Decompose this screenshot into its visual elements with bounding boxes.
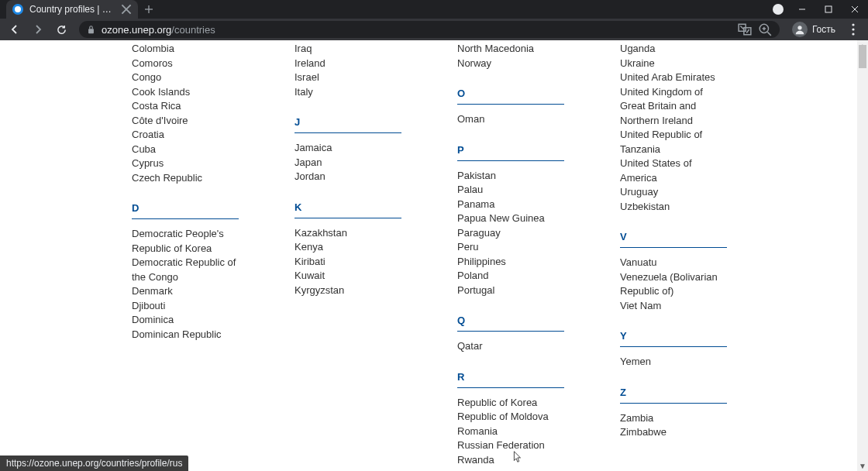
country-link[interactable]: Ukraine [620,57,727,71]
forward-button[interactable] [28,19,48,40]
window-minimize-button[interactable] [789,0,815,19]
letter-header-z: Z [620,387,728,398]
letter-divider [457,104,564,105]
country-link[interactable]: Poland [457,269,564,284]
tab-close-icon[interactable] [121,4,132,15]
country-link[interactable]: Palau [457,183,564,198]
country-link[interactable]: Czech Republic [132,171,239,186]
country-list: Republic of KoreaRepublic of MoldovaRoma… [457,396,564,468]
country-link[interactable]: Cuba [132,143,239,157]
country-link[interactable]: Iraq [294,42,401,57]
country-link[interactable]: Kenya [294,240,401,255]
country-link[interactable]: Ireland [294,57,401,71]
url-path: /countries [171,24,215,36]
address-bar[interactable]: ozone.unep.org/countries [79,21,780,38]
country-link[interactable]: Vanuatu [620,256,727,270]
letter-divider [620,346,727,347]
country-link[interactable]: Jamaica [294,141,401,156]
new-tab-button[interactable] [138,0,160,19]
country-list: Democratic People's Republic of KoreaDem… [132,227,239,342]
profile-chip[interactable]: Гость [787,22,840,37]
country-list: Qatar [457,339,564,354]
vertical-scrollbar[interactable]: ▲ ▼ [857,40,868,471]
country-link[interactable]: Zambia [620,411,727,426]
window-close-button[interactable] [842,0,868,19]
country-link[interactable]: Kuwait [294,269,401,284]
country-link[interactable]: Democratic Republic of the Congo [132,256,239,284]
country-link[interactable]: Uganda [620,42,727,57]
country-link[interactable]: Yemen [620,355,727,370]
country-link[interactable]: Côte d'Ivoire [132,114,239,129]
country-link[interactable]: Kiribati [294,255,401,270]
letter-header-r: R [457,371,566,383]
browser-menu-button[interactable] [843,23,863,36]
window-maximize-button[interactable] [815,0,842,19]
letter-divider [457,160,564,161]
country-link[interactable]: Kazakhstan [294,226,401,241]
country-link[interactable]: Denmark [132,284,239,299]
country-link[interactable]: Jordan [294,170,401,184]
country-link[interactable]: Russian Federation [457,438,564,453]
country-link[interactable]: Qatar [457,339,564,354]
letter-header-p: P [457,144,566,156]
country-link[interactable]: Cyprus [132,156,239,171]
country-link[interactable]: Japan [294,156,401,170]
country-link[interactable]: Norway [457,57,564,71]
tab-favicon [12,4,23,15]
country-link[interactable]: Cook Islands [132,85,239,100]
translate-icon[interactable] [738,22,752,36]
letter-divider [620,403,727,404]
country-link[interactable]: Colombia [132,42,239,57]
country-link[interactable]: Paraguay [457,226,564,241]
country-link[interactable]: Portugal [457,284,564,298]
url-host: ozone.unep.org [102,24,171,36]
back-button[interactable] [5,19,25,40]
country-link[interactable]: Pakistan [457,169,564,184]
country-link[interactable]: Djibouti [132,299,239,314]
scroll-down-arrow[interactable]: ▼ [857,460,868,471]
country-link[interactable]: Congo [132,70,239,85]
country-link[interactable]: Oman [457,112,564,127]
country-link[interactable]: Kyrgyzstan [294,284,401,298]
browser-tab[interactable]: Country profiles | Ozone Secretar [6,0,138,19]
letter-header-j: J [294,116,403,128]
window-controls [789,0,868,19]
country-link[interactable]: Republic of Korea [457,396,564,411]
country-link[interactable]: Viet Nam [620,299,727,314]
country-link[interactable]: Croatia [132,128,239,143]
svg-line-13 [746,29,749,33]
country-link[interactable]: Panama [457,198,564,212]
country-link[interactable]: Comoros [132,57,239,71]
country-link[interactable]: Dominican Republic [132,328,239,342]
country-link[interactable]: Italy [294,85,401,100]
country-link[interactable]: Israel [294,70,401,85]
country-link[interactable]: Democratic People's Republic of Korea [132,227,239,256]
country-link[interactable]: Venezuela (Bolivarian Republic of) [620,270,727,299]
letter-header-y: Y [620,330,728,342]
country-link[interactable]: North Macedonia [457,42,564,57]
reload-button[interactable] [51,19,71,40]
country-link[interactable]: United Republic of Tanzania [620,128,727,156]
country-column-2: IraqIrelandIsraelItalyJJamaicaJapanJorda… [294,40,403,297]
country-link[interactable]: United States of America [620,156,727,185]
scrollbar-thumb[interactable] [859,45,866,68]
country-link[interactable]: Costa Rica [132,99,239,114]
lock-icon [87,25,95,34]
country-column-4: UgandaUkraineUnited Arab EmiratesUnited … [620,40,728,440]
country-link[interactable]: Rwanda [457,453,564,468]
letter-divider [620,247,727,248]
svg-point-21 [852,33,854,35]
country-link[interactable]: Uzbekistan [620,200,727,215]
country-link[interactable]: Philippines [457,255,564,270]
country-link[interactable]: Republic of Moldova [457,410,564,425]
country-link[interactable]: United Arab Emirates [620,70,727,85]
country-link[interactable]: Dominica [132,313,239,328]
country-link[interactable]: Zimbabwe [620,425,727,440]
country-link[interactable]: Peru [457,240,564,255]
country-link[interactable]: United Kingdom of Great Britain and Nort… [620,85,727,129]
country-link[interactable]: Papua New Guinea [457,211,564,226]
letter-divider [132,218,239,219]
country-link[interactable]: Romania [457,425,564,439]
country-link[interactable]: Uruguay [620,185,727,200]
zoom-icon[interactable] [758,22,772,36]
